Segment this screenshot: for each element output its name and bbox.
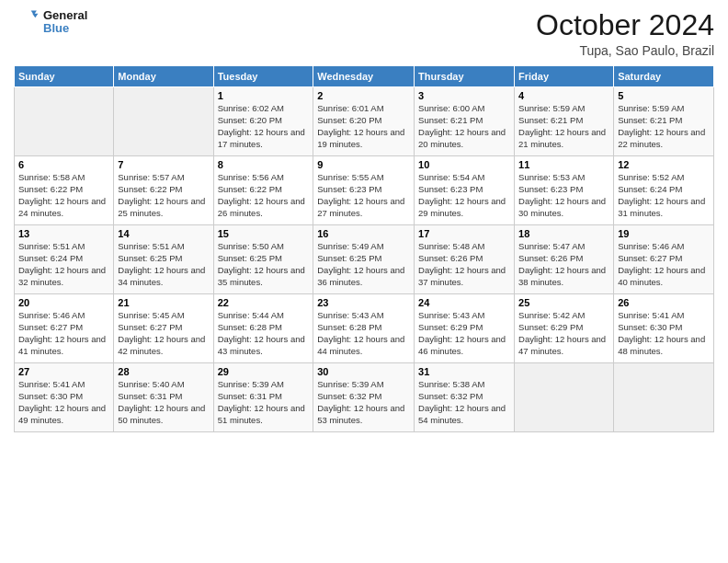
day-info: Sunrise: 5:51 AM Sunset: 6:24 PM Dayligh… xyxy=(18,241,109,288)
calendar-day-cell: 24Sunrise: 5:43 AM Sunset: 6:29 PM Dayli… xyxy=(415,294,515,363)
day-number: 15 xyxy=(218,228,310,239)
day-info: Sunrise: 5:59 AM Sunset: 6:21 PM Dayligh… xyxy=(618,103,710,150)
day-number: 1 xyxy=(218,90,310,101)
day-number: 9 xyxy=(317,159,410,170)
day-number: 4 xyxy=(518,90,609,101)
day-number: 12 xyxy=(618,159,710,170)
calendar-day-cell: 6Sunrise: 5:58 AM Sunset: 6:22 PM Daylig… xyxy=(15,156,114,225)
day-info: Sunrise: 5:43 AM Sunset: 6:28 PM Dayligh… xyxy=(317,310,410,357)
day-number: 3 xyxy=(418,90,510,101)
day-info: Sunrise: 6:01 AM Sunset: 6:20 PM Dayligh… xyxy=(317,103,410,150)
day-info: Sunrise: 5:49 AM Sunset: 6:25 PM Dayligh… xyxy=(317,241,410,288)
calendar-day-header: Sunday xyxy=(15,66,114,87)
day-number: 31 xyxy=(418,366,510,377)
day-info: Sunrise: 5:55 AM Sunset: 6:23 PM Dayligh… xyxy=(317,172,410,219)
calendar-day-cell: 11Sunrise: 5:53 AM Sunset: 6:23 PM Dayli… xyxy=(515,156,614,225)
calendar-table: SundayMondayTuesdayWednesdayThursdayFrid… xyxy=(14,65,714,432)
calendar-day-cell xyxy=(614,363,714,432)
calendar-day-cell: 31Sunrise: 5:38 AM Sunset: 6:32 PM Dayli… xyxy=(415,363,515,432)
day-info: Sunrise: 5:53 AM Sunset: 6:23 PM Dayligh… xyxy=(518,172,609,219)
day-number: 11 xyxy=(518,159,609,170)
calendar-day-cell: 8Sunrise: 5:56 AM Sunset: 6:22 PM Daylig… xyxy=(213,156,313,225)
day-number: 6 xyxy=(18,159,109,170)
calendar-week-row: 27Sunrise: 5:41 AM Sunset: 6:30 PM Dayli… xyxy=(15,363,714,432)
day-number: 29 xyxy=(218,366,310,377)
svg-marker-1 xyxy=(32,14,38,18)
calendar-day-cell: 2Sunrise: 6:01 AM Sunset: 6:20 PM Daylig… xyxy=(313,87,415,156)
day-info: Sunrise: 5:41 AM Sunset: 6:30 PM Dayligh… xyxy=(18,379,109,426)
day-number: 2 xyxy=(317,90,410,101)
calendar-day-cell: 25Sunrise: 5:42 AM Sunset: 6:29 PM Dayli… xyxy=(515,294,614,363)
calendar-day-cell: 17Sunrise: 5:48 AM Sunset: 6:26 PM Dayli… xyxy=(415,225,515,294)
calendar-day-cell: 3Sunrise: 6:00 AM Sunset: 6:21 PM Daylig… xyxy=(415,87,515,156)
calendar-day-cell: 10Sunrise: 5:54 AM Sunset: 6:23 PM Dayli… xyxy=(415,156,515,225)
calendar-day-cell: 16Sunrise: 5:49 AM Sunset: 6:25 PM Dayli… xyxy=(313,225,415,294)
day-number: 19 xyxy=(618,228,710,239)
logo: General Blue xyxy=(14,9,87,36)
calendar-day-cell: 18Sunrise: 5:47 AM Sunset: 6:26 PM Dayli… xyxy=(515,225,614,294)
day-info: Sunrise: 5:45 AM Sunset: 6:27 PM Dayligh… xyxy=(118,310,209,357)
day-info: Sunrise: 5:59 AM Sunset: 6:21 PM Dayligh… xyxy=(518,103,609,150)
day-info: Sunrise: 5:40 AM Sunset: 6:31 PM Dayligh… xyxy=(118,379,209,426)
calendar-day-cell: 5Sunrise: 5:59 AM Sunset: 6:21 PM Daylig… xyxy=(614,87,714,156)
calendar-day-cell xyxy=(515,363,614,432)
logo-icon xyxy=(14,9,40,35)
calendar-title: October 2024 xyxy=(536,9,714,41)
calendar-week-row: 1Sunrise: 6:02 AM Sunset: 6:20 PM Daylig… xyxy=(15,87,714,156)
day-info: Sunrise: 5:46 AM Sunset: 6:27 PM Dayligh… xyxy=(618,241,710,288)
calendar-day-cell: 19Sunrise: 5:46 AM Sunset: 6:27 PM Dayli… xyxy=(614,225,714,294)
day-info: Sunrise: 5:48 AM Sunset: 6:26 PM Dayligh… xyxy=(418,241,510,288)
day-info: Sunrise: 5:46 AM Sunset: 6:27 PM Dayligh… xyxy=(18,310,109,357)
day-number: 10 xyxy=(418,159,510,170)
calendar-subtitle: Tupa, Sao Paulo, Brazil xyxy=(536,43,714,58)
calendar-day-cell: 12Sunrise: 5:52 AM Sunset: 6:24 PM Dayli… xyxy=(614,156,714,225)
calendar-day-cell xyxy=(15,87,114,156)
day-info: Sunrise: 5:47 AM Sunset: 6:26 PM Dayligh… xyxy=(518,241,609,288)
calendar-day-cell: 1Sunrise: 6:02 AM Sunset: 6:20 PM Daylig… xyxy=(213,87,313,156)
day-number: 22 xyxy=(218,297,310,308)
day-info: Sunrise: 5:57 AM Sunset: 6:22 PM Dayligh… xyxy=(118,172,209,219)
calendar-day-header: Wednesday xyxy=(313,66,415,87)
day-number: 23 xyxy=(317,297,410,308)
day-info: Sunrise: 5:54 AM Sunset: 6:23 PM Dayligh… xyxy=(418,172,510,219)
calendar-day-cell: 15Sunrise: 5:50 AM Sunset: 6:25 PM Dayli… xyxy=(213,225,313,294)
day-number: 7 xyxy=(118,159,209,170)
day-info: Sunrise: 5:50 AM Sunset: 6:25 PM Dayligh… xyxy=(218,241,310,288)
day-info: Sunrise: 5:38 AM Sunset: 6:32 PM Dayligh… xyxy=(418,379,510,426)
day-info: Sunrise: 6:00 AM Sunset: 6:21 PM Dayligh… xyxy=(418,103,510,150)
day-number: 24 xyxy=(418,297,510,308)
calendar-day-header: Friday xyxy=(515,66,614,87)
calendar-day-header: Tuesday xyxy=(213,66,313,87)
calendar-day-header: Saturday xyxy=(614,66,714,87)
day-info: Sunrise: 5:52 AM Sunset: 6:24 PM Dayligh… xyxy=(618,172,710,219)
day-number: 17 xyxy=(418,228,510,239)
day-info: Sunrise: 5:39 AM Sunset: 6:31 PM Dayligh… xyxy=(218,379,310,426)
calendar-day-cell: 28Sunrise: 5:40 AM Sunset: 6:31 PM Dayli… xyxy=(114,363,213,432)
title-block: October 2024 Tupa, Sao Paulo, Brazil xyxy=(536,9,714,58)
calendar-day-cell: 27Sunrise: 5:41 AM Sunset: 6:30 PM Dayli… xyxy=(15,363,114,432)
calendar-day-cell: 13Sunrise: 5:51 AM Sunset: 6:24 PM Dayli… xyxy=(15,225,114,294)
calendar-day-cell: 21Sunrise: 5:45 AM Sunset: 6:27 PM Dayli… xyxy=(114,294,213,363)
logo-general: General xyxy=(43,9,87,22)
day-number: 20 xyxy=(18,297,109,308)
day-info: Sunrise: 5:56 AM Sunset: 6:22 PM Dayligh… xyxy=(218,172,310,219)
calendar-day-cell: 7Sunrise: 5:57 AM Sunset: 6:22 PM Daylig… xyxy=(114,156,213,225)
day-number: 28 xyxy=(118,366,209,377)
calendar-day-header: Monday xyxy=(114,66,213,87)
page: General Blue October 2024 Tupa, Sao Paul… xyxy=(0,0,728,563)
calendar-week-row: 13Sunrise: 5:51 AM Sunset: 6:24 PM Dayli… xyxy=(15,225,714,294)
day-info: Sunrise: 6:02 AM Sunset: 6:20 PM Dayligh… xyxy=(218,103,310,150)
calendar-day-cell: 14Sunrise: 5:51 AM Sunset: 6:25 PM Dayli… xyxy=(114,225,213,294)
calendar-day-cell: 4Sunrise: 5:59 AM Sunset: 6:21 PM Daylig… xyxy=(515,87,614,156)
calendar-day-cell xyxy=(114,87,213,156)
day-number: 21 xyxy=(118,297,209,308)
day-info: Sunrise: 5:51 AM Sunset: 6:25 PM Dayligh… xyxy=(118,241,209,288)
calendar-day-cell: 23Sunrise: 5:43 AM Sunset: 6:28 PM Dayli… xyxy=(313,294,415,363)
calendar-day-cell: 30Sunrise: 5:39 AM Sunset: 6:32 PM Dayli… xyxy=(313,363,415,432)
day-number: 8 xyxy=(218,159,310,170)
day-number: 27 xyxy=(18,366,109,377)
calendar-day-cell: 22Sunrise: 5:44 AM Sunset: 6:28 PM Dayli… xyxy=(213,294,313,363)
day-number: 13 xyxy=(18,228,109,239)
day-number: 16 xyxy=(317,228,410,239)
calendar-week-row: 20Sunrise: 5:46 AM Sunset: 6:27 PM Dayli… xyxy=(15,294,714,363)
